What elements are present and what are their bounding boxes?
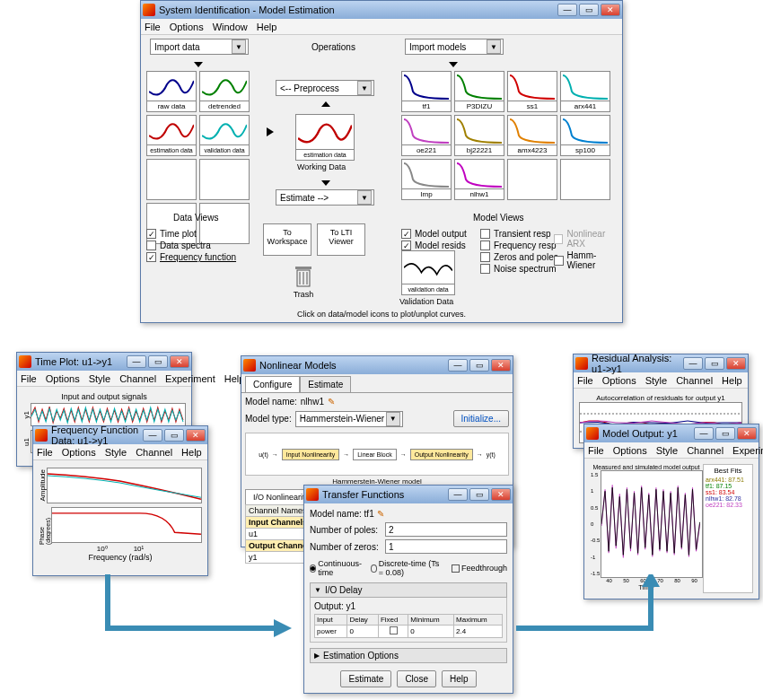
menu-item[interactable]: Options (46, 373, 80, 384)
data-thumb-validation[interactable]: validation data (199, 115, 250, 156)
minimize-button[interactable]: — (694, 427, 714, 440)
model-type-combo[interactable]: Hammerstein-Wiener (295, 411, 403, 427)
check-model-resids[interactable]: ✓Model resids (401, 241, 467, 250)
edit-icon[interactable]: ✎ (377, 509, 384, 519)
menu-help[interactable]: Help (257, 22, 277, 32)
poles-input[interactable]: 2 (385, 522, 507, 537)
menu-item[interactable]: File (37, 447, 53, 458)
initialize-button[interactable]: Initialize... (453, 410, 509, 427)
model-thumb-empty[interactable] (507, 159, 557, 200)
tab-configure[interactable]: Configure (245, 376, 300, 392)
import-models-combo[interactable]: Import models (405, 39, 504, 55)
menu-item[interactable]: Experiment (732, 445, 763, 456)
menu-item[interactable]: Channel (119, 373, 156, 384)
model-thumb-sp100[interactable]: sp100 (560, 115, 610, 156)
estimate-combo[interactable]: Estimate --> (276, 189, 374, 206)
menu-item[interactable]: Experiment (165, 373, 215, 384)
block-linear[interactable]: Linear Block (353, 449, 397, 460)
check-zeros-poles[interactable]: Zeros and poles (480, 252, 558, 262)
menu-options[interactable]: Options (170, 22, 204, 32)
model-thumb-nlhw1[interactable]: nlhw1 (454, 159, 504, 200)
menu-item[interactable]: Options (62, 447, 96, 458)
check-feedthrough[interactable]: Feedthrough (452, 559, 507, 577)
model-thumb-amx4223[interactable]: amx4223 (507, 115, 557, 156)
edit-icon[interactable]: ✎ (328, 397, 335, 407)
menu-item[interactable]: Channel (676, 375, 713, 386)
menu-item[interactable]: File (21, 373, 37, 384)
menu-item[interactable]: Channel (136, 447, 172, 458)
block-input-nl[interactable]: Input Nonlinearity (282, 449, 339, 460)
model-thumb-bj22221[interactable]: bj22221 (454, 115, 504, 156)
close-button[interactable]: ✕ (726, 357, 746, 370)
table-cell[interactable]: 0 (408, 626, 454, 638)
trash-icon[interactable]: Trash (290, 265, 317, 299)
preprocess-combo[interactable]: <-- Preprocess (276, 80, 374, 96)
fit-entry[interactable]: nlhw1: 82.78 (706, 495, 750, 502)
fit-entry[interactable]: ss1: 83.54 (706, 489, 750, 495)
table-cell[interactable]: 0 (347, 626, 379, 638)
maximize-button[interactable]: ▭ (469, 488, 489, 501)
validation-data-thumb[interactable]: validation data (401, 250, 455, 295)
check-data-spectra[interactable]: Data spectra (146, 241, 236, 250)
zeros-input[interactable]: 1 (385, 539, 507, 554)
fit-entry[interactable]: oe221: 82.33 (706, 502, 750, 508)
io-delay-section[interactable]: ▼I/O Delay (310, 582, 507, 598)
close-button[interactable]: ✕ (491, 359, 511, 372)
maximize-button[interactable]: ▭ (705, 357, 724, 370)
menu-window[interactable]: Window (213, 22, 248, 32)
maximize-button[interactable]: ▭ (469, 359, 489, 372)
data-thumb-detrended[interactable]: detrended (199, 71, 250, 112)
check-noise-spectrum[interactable]: Noise spectrum (480, 264, 558, 274)
menu-item[interactable]: Style (105, 447, 127, 458)
minimize-button[interactable]: — (448, 488, 468, 501)
menu-item[interactable]: Style (645, 375, 667, 386)
tab-estimate[interactable]: Estimate (300, 376, 351, 392)
model-thumb-empty[interactable] (560, 159, 610, 200)
to-workspace-button[interactable]: To Workspace (263, 223, 311, 256)
fit-entry[interactable]: arx441: 87.51 (706, 477, 750, 483)
close-button[interactable]: ✕ (186, 429, 206, 442)
check-model-output[interactable]: ✓Model output (401, 229, 467, 239)
estimate-button[interactable]: Estimate (340, 670, 391, 687)
minimize-button[interactable]: — (448, 359, 468, 372)
menu-item[interactable]: Help (722, 375, 742, 386)
model-thumb-arx441[interactable]: arx441 (560, 71, 610, 112)
menu-item[interactable]: File (588, 445, 604, 456)
model-thumb-p3dizu[interactable]: P3DIZU (454, 71, 504, 112)
check-freq-resp[interactable]: Frequency resp (480, 241, 558, 250)
close-button[interactable]: ✕ (737, 427, 757, 440)
check-time-plot[interactable]: ✓Time plot (146, 229, 236, 239)
help-button[interactable]: Help (442, 670, 477, 687)
menu-item[interactable]: Style (89, 373, 110, 384)
minimize-button[interactable]: — (683, 357, 703, 370)
to-lti-viewer-button[interactable]: To LTI Viewer (317, 223, 365, 256)
table-cell[interactable]: power (315, 626, 347, 638)
close-button[interactable]: ✕ (170, 355, 189, 368)
table-cell[interactable]: 2.4 (454, 626, 503, 638)
close-button[interactable]: ✕ (491, 488, 511, 501)
menu-item[interactable]: Style (656, 445, 678, 456)
minimize-button[interactable]: — (143, 429, 162, 442)
close-button[interactable]: ✕ (601, 4, 620, 16)
working-data-thumb[interactable]: estimation data (295, 114, 355, 161)
import-data-combo[interactable]: Import data (150, 39, 249, 55)
minimize-button[interactable]: — (127, 355, 146, 368)
menu-item[interactable]: Channel (687, 445, 724, 456)
menu-item[interactable]: Options (613, 445, 647, 456)
fit-entry[interactable]: tf1: 87.15 (706, 483, 750, 489)
model-thumb-tf1[interactable]: tf1 (401, 71, 452, 112)
model-thumb-ss1[interactable]: ss1 (507, 71, 557, 112)
table-cell[interactable] (378, 626, 408, 638)
est-options-section[interactable]: ▶Estimation Options (310, 648, 507, 663)
maximize-button[interactable]: ▭ (715, 427, 735, 440)
model-thumb-oe221[interactable]: oe221 (401, 115, 452, 156)
data-thumb-estimation[interactable]: estimation data (146, 115, 197, 156)
menu-file[interactable]: File (145, 22, 161, 32)
radio-discrete[interactable]: Discrete-time (Ts = 0.08) (371, 559, 444, 577)
model-thumb-imp[interactable]: Imp (401, 159, 452, 200)
check-transient-resp[interactable]: Transient resp (480, 229, 558, 239)
radio-continuous[interactable]: Continuous-time (310, 559, 364, 577)
maximize-button[interactable]: ▭ (579, 4, 599, 16)
check-freq-func[interactable]: ✓Frequency function (146, 252, 236, 262)
data-thumb-empty[interactable] (199, 159, 250, 200)
